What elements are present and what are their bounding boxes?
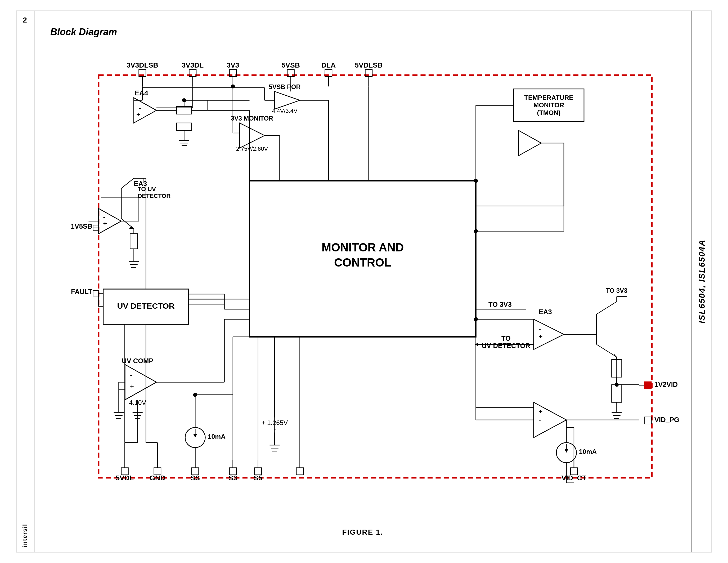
svg-marker-113 (125, 365, 156, 400)
svg-text:+: + (539, 333, 542, 340)
svg-text:5VSB: 5VSB (282, 61, 300, 69)
svg-marker-78 (99, 208, 122, 234)
svg-line-173 (597, 345, 617, 357)
svg-text:5VDLSB: 5VDLSB (355, 61, 383, 69)
svg-text:-: - (539, 417, 541, 424)
svg-text:TO UV: TO UV (138, 185, 156, 192)
svg-point-236 (193, 393, 197, 397)
svg-text:-: - (139, 104, 141, 111)
svg-text:2.75V/2.60V: 2.75V/2.60V (236, 145, 268, 152)
svg-marker-48 (240, 123, 265, 148)
svg-text:UV COMP: UV COMP (122, 357, 154, 365)
svg-text:FAULT: FAULT (71, 288, 92, 296)
svg-rect-202 (644, 417, 651, 424)
figure-caption: FIGURE 1. (342, 528, 383, 537)
svg-text:3V3 MONITOR: 3V3 MONITOR (231, 115, 273, 122)
svg-text:TO 3V3: TO 3V3 (606, 287, 627, 294)
svg-point-235 (615, 383, 619, 387)
svg-rect-181 (612, 385, 622, 403)
svg-point-234 (474, 317, 478, 321)
svg-line-74 (121, 178, 134, 188)
svg-rect-0 (99, 75, 652, 478)
svg-text:VID_CT: VID_CT (561, 474, 587, 482)
page-number: 2 (23, 16, 27, 24)
svg-marker-146 (193, 434, 197, 437)
svg-marker-167 (475, 343, 478, 346)
svg-text:(TMON): (TMON) (537, 109, 560, 116)
right-sidebar: ISL6504, ISL6504A (691, 11, 712, 552)
svg-text:TEMPERATURE: TEMPERATURE (524, 94, 573, 101)
svg-marker-197 (564, 449, 568, 453)
svg-text:+: + (539, 408, 542, 415)
svg-text:5VSB POR: 5VSB POR (269, 83, 300, 90)
svg-text:DETECTOR: DETECTOR (138, 192, 171, 199)
svg-text:1V5SB: 1V5SB (71, 222, 92, 230)
svg-text:3V3DL: 3V3DL (182, 61, 204, 69)
svg-text:10mA: 10mA (208, 433, 226, 440)
svg-text:-: - (539, 326, 541, 333)
intersil-logo: intersil (21, 524, 28, 547)
svg-text:4.4V/3.4V: 4.4V/3.4V (272, 108, 298, 114)
svg-text:TO: TO (501, 335, 511, 342)
svg-text:10mA: 10mA (579, 448, 597, 455)
svg-point-238 (231, 84, 235, 88)
svg-point-245 (474, 179, 478, 183)
svg-text:DLA: DLA (321, 61, 336, 69)
svg-line-172 (597, 302, 617, 315)
svg-text:CONTROL: CONTROL (334, 256, 391, 269)
svg-marker-163 (534, 319, 564, 350)
main-content: Block Diagram 3V3DLSB 3V3DL 3V3 5VSB (34, 11, 691, 552)
svg-text:S3: S3 (229, 474, 237, 482)
svg-rect-101 (93, 291, 99, 296)
svg-text:EA4: EA4 (134, 89, 148, 97)
svg-rect-231 (296, 468, 303, 475)
svg-point-237 (182, 98, 186, 102)
svg-text:EA3: EA3 (539, 308, 552, 316)
svg-rect-30 (177, 123, 192, 131)
svg-marker-40 (275, 91, 300, 109)
svg-marker-59 (519, 131, 541, 156)
svg-text:-: - (130, 372, 132, 379)
chip-name: ISL6504, ISL6504A (697, 239, 707, 324)
svg-text:5VDL: 5VDL (116, 474, 134, 482)
svg-text:GND: GND (150, 474, 165, 482)
svg-text:MONITOR AND: MONITOR AND (322, 241, 404, 254)
svg-text:3V3: 3V3 (227, 61, 239, 69)
svg-rect-92 (130, 234, 138, 249)
svg-text:+: + (130, 383, 134, 390)
svg-text:SS: SS (191, 474, 200, 482)
svg-marker-19 (134, 98, 157, 123)
svg-text:VID_PG: VID_PG (654, 416, 679, 423)
svg-text:TO 3V3: TO 3V3 (488, 301, 512, 308)
svg-text:1V2VID: 1V2VID (654, 381, 678, 388)
left-sidebar: 2 intersil (16, 11, 34, 552)
svg-text:UV DETECTOR: UV DETECTOR (117, 301, 174, 310)
svg-marker-174 (614, 354, 617, 357)
page-title: Block Diagram (50, 26, 117, 38)
block-diagram: 3V3DLSB 3V3DL 3V3 5VSB DLA 5VDLSB (42, 42, 683, 521)
svg-text:3V3DLSB: 3V3DLSB (127, 61, 158, 69)
svg-rect-187 (644, 382, 651, 389)
svg-text:+: + (103, 220, 107, 227)
svg-text:UV DETECTOR: UV DETECTOR (482, 342, 530, 350)
svg-text:+: + (136, 111, 140, 118)
svg-text:S5: S5 (254, 474, 263, 482)
svg-text:MONITOR: MONITOR (533, 101, 564, 109)
